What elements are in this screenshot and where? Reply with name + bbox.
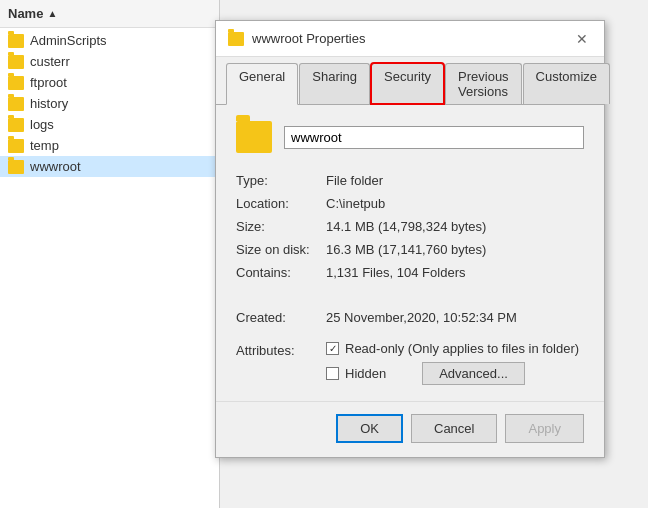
folder-icon: [8, 118, 24, 132]
table-row: Location:C:\inetpub: [236, 192, 584, 215]
prop-value: 1,131 Files, 104 Folders: [326, 261, 584, 284]
hidden-label: Hidden: [345, 366, 386, 381]
hidden-checkbox[interactable]: [326, 367, 339, 380]
file-explorer-panel: Name ▲ AdminScriptscusterrftproothistory…: [0, 0, 220, 508]
prop-value: File folder: [326, 169, 584, 192]
created-table: Created: 25 November,2020, 10:52:34 PM: [236, 306, 584, 329]
folder-item-ftproot[interactable]: ftproot: [0, 72, 219, 93]
properties-dialog: wwwroot Properties ✕ GeneralSharingSecur…: [215, 20, 605, 458]
dialog-title-content: wwwroot Properties: [228, 31, 365, 46]
dialog-title-text: wwwroot Properties: [252, 31, 365, 46]
folder-item-temp[interactable]: temp: [0, 135, 219, 156]
prop-label: Location:: [236, 192, 326, 215]
folder-name-icon: [236, 121, 272, 153]
sort-arrow-icon: ▲: [47, 8, 57, 19]
folder-icon: [8, 55, 24, 69]
folder-icon: [8, 76, 24, 90]
folder-label: custerr: [30, 54, 70, 69]
close-button[interactable]: ✕: [572, 29, 592, 49]
folder-icon: [8, 97, 24, 111]
folder-label: wwwroot: [30, 159, 81, 174]
folder-label: temp: [30, 138, 59, 153]
advanced-button[interactable]: Advanced...: [422, 362, 525, 385]
dialog-folder-icon: [228, 32, 244, 46]
cancel-button[interactable]: Cancel: [411, 414, 497, 443]
prop-label: Size on disk:: [236, 238, 326, 261]
folder-label: history: [30, 96, 68, 111]
folder-icon: [8, 34, 24, 48]
folder-item-wwwroot[interactable]: wwwroot: [0, 156, 219, 177]
folder-label: ftproot: [30, 75, 67, 90]
prop-value: 16.3 MB (17,141,760 bytes): [326, 238, 584, 261]
folder-item-adminscripts[interactable]: AdminScripts: [0, 30, 219, 51]
tab-customize[interactable]: Customize: [523, 63, 610, 104]
readonly-label: Read-only (Only applies to files in fold…: [345, 341, 579, 356]
prop-value: 14.1 MB (14,798,324 bytes): [326, 215, 584, 238]
folder-icon: [8, 160, 24, 174]
folder-icon: [8, 139, 24, 153]
dialog-content: Type:File folderLocation:C:\inetpubSize:…: [216, 105, 604, 401]
prop-value: C:\inetpub: [326, 192, 584, 215]
apply-button[interactable]: Apply: [505, 414, 584, 443]
folder-list: AdminScriptscusterrftproothistorylogstem…: [0, 28, 219, 179]
ok-button[interactable]: OK: [336, 414, 403, 443]
folder-item-history[interactable]: history: [0, 93, 219, 114]
attributes-label: Attributes:: [236, 341, 326, 358]
tab-sharing[interactable]: Sharing: [299, 63, 370, 104]
readonly-row: Read-only (Only applies to files in fold…: [326, 341, 579, 356]
dialog-titlebar: wwwroot Properties ✕: [216, 21, 604, 57]
folder-item-logs[interactable]: logs: [0, 114, 219, 135]
tab-general[interactable]: General: [226, 63, 298, 105]
prop-label: Size:: [236, 215, 326, 238]
table-row: Contains:1,131 Files, 104 Folders: [236, 261, 584, 284]
table-row: Size:14.1 MB (14,798,324 bytes): [236, 215, 584, 238]
prop-spacer: [236, 284, 584, 294]
tab-previous_versions[interactable]: Previous Versions: [445, 63, 522, 104]
created-label: Created:: [236, 306, 326, 329]
dialog-tabs: GeneralSharingSecurityPrevious VersionsC…: [216, 57, 604, 105]
properties-table: Type:File folderLocation:C:\inetpubSize:…: [236, 169, 584, 294]
table-row: Type:File folder: [236, 169, 584, 192]
folder-label: AdminScripts: [30, 33, 107, 48]
attributes-row: Attributes: Read-only (Only applies to f…: [236, 341, 584, 385]
tab-security[interactable]: Security: [371, 63, 444, 104]
attributes-checkboxes: Read-only (Only applies to files in fold…: [326, 341, 579, 385]
hidden-row: Hidden Advanced...: [326, 362, 579, 385]
dialog-footer: OK Cancel Apply: [216, 401, 604, 457]
explorer-column-header: Name ▲: [0, 0, 219, 28]
prop-label: Contains:: [236, 261, 326, 284]
folder-item-custerr[interactable]: custerr: [0, 51, 219, 72]
folder-name-row: [236, 121, 584, 153]
table-row: Size on disk:16.3 MB (17,141,760 bytes): [236, 238, 584, 261]
folder-label: logs: [30, 117, 54, 132]
prop-label: Type:: [236, 169, 326, 192]
created-value: 25 November,2020, 10:52:34 PM: [326, 306, 584, 329]
name-column-label: Name: [8, 6, 43, 21]
folder-name-input[interactable]: [284, 126, 584, 149]
readonly-checkbox[interactable]: [326, 342, 339, 355]
